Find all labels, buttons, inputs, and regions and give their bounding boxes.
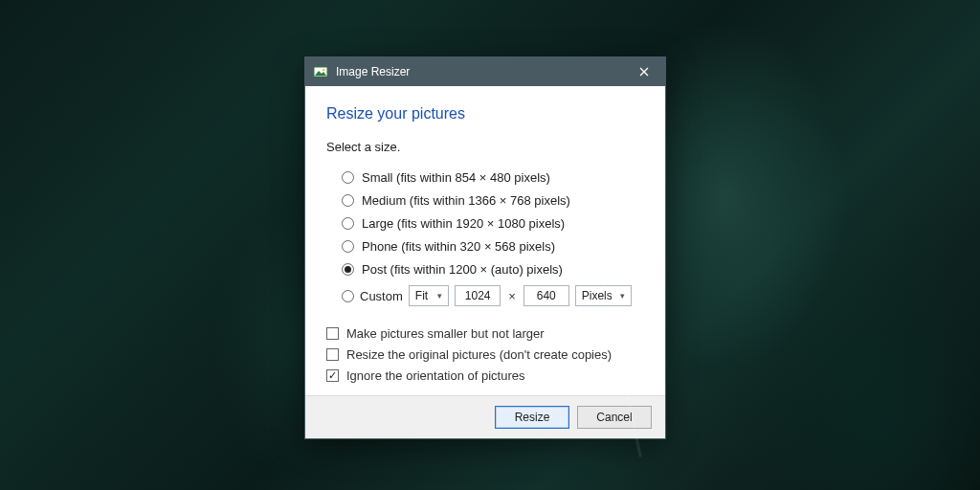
titlebar[interactable]: Image Resizer [305, 57, 665, 86]
cancel-button[interactable]: Cancel [577, 406, 652, 429]
chevron-down-icon: ▾ [620, 291, 625, 301]
fit-mode-select[interactable]: Fit ▾ [409, 285, 449, 306]
radio-icon[interactable] [342, 290, 354, 302]
close-button[interactable] [622, 57, 665, 86]
radio-icon [342, 194, 354, 207]
window-title: Image Resizer [336, 65, 410, 78]
size-option-custom: Custom Fit ▾ 1024 × 640 Pixels ▾ [342, 282, 644, 309]
chevron-down-icon: ▾ [437, 291, 442, 301]
size-option-phone[interactable]: Phone (fits within 320 × 568 pixels) [342, 234, 644, 257]
checkbox-icon [326, 348, 339, 361]
size-label: Post (fits within 1200 × (auto) pixels) [362, 262, 563, 277]
option-label: Ignore the orientation of pictures [346, 368, 524, 383]
size-label: Phone (fits within 320 × 568 pixels) [362, 239, 555, 254]
dialog-heading: Resize your pictures [326, 105, 644, 122]
svg-point-2 [323, 69, 325, 72]
option-label: Resize the original pictures (don't crea… [346, 347, 612, 362]
custom-label[interactable]: Custom [360, 289, 403, 303]
size-option-large[interactable]: Large (fits within 1920 × 1080 pixels) [342, 212, 644, 234]
height-input[interactable]: 640 [523, 285, 569, 306]
size-option-small[interactable]: Small (fits within 854 × 480 pixels) [342, 166, 644, 189]
close-icon [639, 67, 649, 77]
resize-button[interactable]: Resize [495, 406, 569, 429]
size-options-group: Small (fits within 854 × 480 pixels) Med… [342, 166, 644, 309]
options-group: Make pictures smaller but not larger Res… [326, 323, 644, 386]
checkbox-icon [326, 369, 339, 382]
image-resizer-dialog: Image Resizer Resize your pictures Selec… [304, 56, 666, 439]
option-label: Make pictures smaller but not larger [346, 326, 545, 341]
dialog-footer: Resize Cancel [305, 395, 665, 438]
size-option-post[interactable]: Post (fits within 1200 × (auto) pixels) [342, 257, 644, 280]
option-smaller-only[interactable]: Make pictures smaller but not larger [326, 323, 644, 344]
option-resize-original[interactable]: Resize the original pictures (don't crea… [326, 344, 644, 365]
radio-icon [342, 263, 354, 276]
option-ignore-orientation[interactable]: Ignore the orientation of pictures [326, 365, 644, 386]
dimension-separator: × [506, 289, 518, 303]
size-label: Large (fits within 1920 × 1080 pixels) [362, 216, 565, 231]
fit-mode-value: Fit [415, 289, 428, 302]
radio-icon [342, 217, 354, 230]
size-label: Small (fits within 854 × 480 pixels) [362, 170, 550, 185]
instruction-text: Select a size. [326, 140, 644, 154]
unit-select[interactable]: Pixels ▾ [575, 285, 632, 306]
width-input[interactable]: 1024 [455, 285, 501, 306]
dialog-body: Resize your pictures Select a size. Smal… [305, 86, 665, 395]
desktop-background: Image Resizer Resize your pictures Selec… [0, 0, 980, 490]
unit-value: Pixels [582, 289, 612, 302]
radio-icon [342, 171, 354, 184]
size-option-medium[interactable]: Medium (fits within 1366 × 768 pixels) [342, 189, 644, 212]
picture-icon [313, 64, 328, 79]
radio-icon [342, 240, 354, 253]
size-label: Medium (fits within 1366 × 768 pixels) [362, 193, 570, 208]
checkbox-icon [326, 327, 339, 340]
